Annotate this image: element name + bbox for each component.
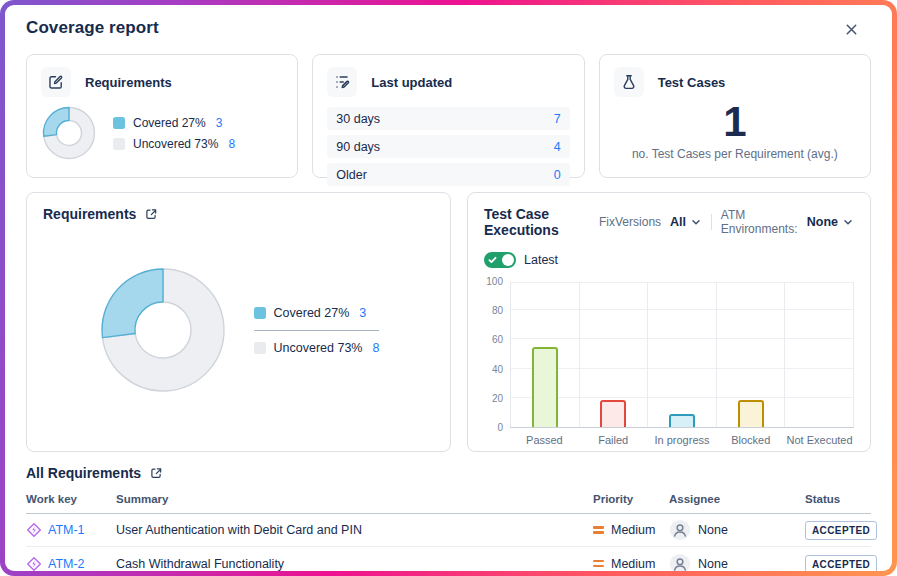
chart-column: [785, 283, 854, 427]
chart-column: [648, 283, 717, 427]
covered-count[interactable]: 3: [359, 306, 366, 320]
uncovered-count[interactable]: 8: [228, 137, 235, 151]
legend-item-uncovered: Uncovered 73% 8: [254, 341, 380, 355]
panel-title: Test Case Executions: [484, 206, 599, 238]
x-axis-label: Blocked: [716, 434, 785, 446]
x-axis-label: Failed: [579, 434, 648, 446]
coverage-report-modal: Coverage report Requirements: [5, 5, 892, 571]
legend-divider: [254, 330, 380, 331]
legend-item-covered: Covered 27% 3: [254, 306, 380, 320]
last-updated-card: Last updated 30 days 7 90 days 4 Older 0: [312, 54, 584, 178]
work-item-icon: [26, 556, 42, 572]
y-axis: 020406080100: [484, 282, 510, 428]
fix-versions-dropdown[interactable]: All: [670, 215, 702, 229]
y-axis-tick: 60: [492, 334, 503, 345]
summary-cards-row: Requirements Covered 27% 3 Uncovered 73%: [26, 54, 871, 178]
external-link-icon[interactable]: [144, 207, 158, 221]
coverage-legend: Covered 27% 3 Uncovered 73% 8: [113, 116, 235, 151]
check-icon: [488, 256, 497, 264]
priority-medium-icon: [593, 526, 604, 534]
avatar-icon: [669, 553, 691, 572]
chevron-down-icon: [842, 216, 854, 228]
coverage-donut-large[interactable]: [98, 265, 228, 395]
environments-label: ATM Environments:: [721, 208, 798, 236]
y-axis-tick: 100: [486, 276, 503, 287]
y-axis-tick: 80: [492, 305, 503, 316]
executions-bar-chart: 020406080100 PassedFailedIn progressBloc…: [484, 282, 854, 446]
row-value[interactable]: 4: [554, 140, 561, 154]
latest-toggle[interactable]: [484, 252, 516, 268]
close-icon: [844, 22, 859, 37]
environments-dropdown[interactable]: None: [807, 215, 854, 229]
card-title: Test Cases: [658, 75, 726, 90]
requirements-panel: Requirements Covered 27% 3: [26, 192, 451, 452]
bar-passed[interactable]: [532, 347, 558, 427]
coverage-legend: Covered 27% 3 Uncovered 73% 8: [254, 306, 380, 355]
status-badge: ACCEPTED: [805, 555, 877, 572]
chart-column: [717, 283, 786, 427]
chart-column: [511, 283, 580, 427]
all-requirements-table: Work key Summary Priority Assignee Statu…: [26, 487, 871, 571]
card-title: Requirements: [85, 75, 172, 90]
all-requirements-title: All Requirements: [26, 465, 141, 481]
flask-icon: [614, 67, 644, 97]
filter-divider: [711, 214, 712, 230]
x-axis-label: Passed: [510, 434, 579, 446]
bar-blocked[interactable]: [738, 400, 764, 427]
y-axis-tick: 40: [492, 364, 503, 375]
bar-in-progress[interactable]: [669, 414, 695, 427]
work-key-link[interactable]: ATM-2: [48, 557, 85, 571]
summary-text: Cash Withdrawal Functionality: [116, 557, 593, 571]
legend-item-covered: Covered 27% 3: [113, 116, 235, 130]
row-value[interactable]: 0: [554, 168, 561, 182]
fix-versions-label: FixVersions: [599, 215, 661, 229]
test-cases-card: Test Cases 1 no. Test Cases per Requirem…: [599, 54, 871, 178]
legend-item-uncovered: Uncovered 73% 8: [113, 137, 235, 151]
covered-slice[interactable]: [43, 108, 69, 137]
history-edit-icon: [327, 67, 357, 97]
chevron-down-icon: [690, 216, 702, 228]
edit-icon: [41, 67, 71, 97]
requirements-card: Requirements Covered 27% 3 Uncovered 73%: [26, 54, 298, 178]
card-title: Last updated: [371, 75, 452, 90]
work-item-icon: [26, 522, 42, 538]
gradient-modal-border: Coverage report Requirements: [0, 0, 897, 576]
covered-count[interactable]: 3: [216, 116, 223, 130]
toggle-knob: [502, 254, 514, 266]
y-axis-tick: 20: [492, 393, 503, 404]
panel-title: Requirements: [43, 206, 136, 222]
row-value[interactable]: 7: [554, 112, 561, 126]
covered-slice[interactable]: [102, 269, 163, 338]
external-link-icon[interactable]: [149, 466, 163, 480]
avatar-icon: [669, 519, 691, 541]
chart-column: [580, 283, 649, 427]
last-updated-row: 90 days 4: [327, 135, 569, 158]
bar-plot: [510, 282, 854, 428]
last-updated-rows: 30 days 7 90 days 4 Older 0: [327, 107, 569, 186]
work-key-link[interactable]: ATM-1: [48, 523, 85, 537]
status-badge: ACCEPTED: [805, 521, 877, 540]
test-case-executions-panel: Test Case Executions FixVersions All ATM…: [467, 192, 871, 452]
table-row: ATM-2 Cash Withdrawal Functionality Medi…: [26, 547, 871, 571]
last-updated-row: 30 days 7: [327, 107, 569, 130]
uncovered-count[interactable]: 8: [373, 341, 380, 355]
panels-row: Requirements Covered 27% 3: [26, 192, 871, 452]
avg-test-cases-caption: no. Test Cases per Requirement (avg.): [614, 147, 856, 161]
bar-failed[interactable]: [600, 400, 626, 427]
y-axis-tick: 0: [497, 422, 503, 433]
close-button[interactable]: [840, 18, 863, 41]
covered-swatch: [254, 307, 266, 319]
page-title: Coverage report: [26, 18, 159, 38]
covered-swatch: [113, 117, 125, 129]
uncovered-swatch: [113, 138, 125, 150]
coverage-donut-small: [41, 105, 97, 161]
uncovered-swatch: [254, 342, 266, 354]
x-axis-label: Not Executed: [785, 434, 854, 446]
table-header: Work key Summary Priority Assignee Statu…: [26, 487, 871, 514]
x-axis: PassedFailedIn progressBlockedNot Execut…: [510, 434, 854, 446]
modal-header: Coverage report: [26, 18, 871, 41]
summary-text: User Authentication with Debit Card and …: [116, 523, 593, 537]
last-updated-row: Older 0: [327, 163, 569, 186]
x-axis-label: In progress: [648, 434, 717, 446]
avg-test-cases-value: 1: [614, 99, 856, 145]
